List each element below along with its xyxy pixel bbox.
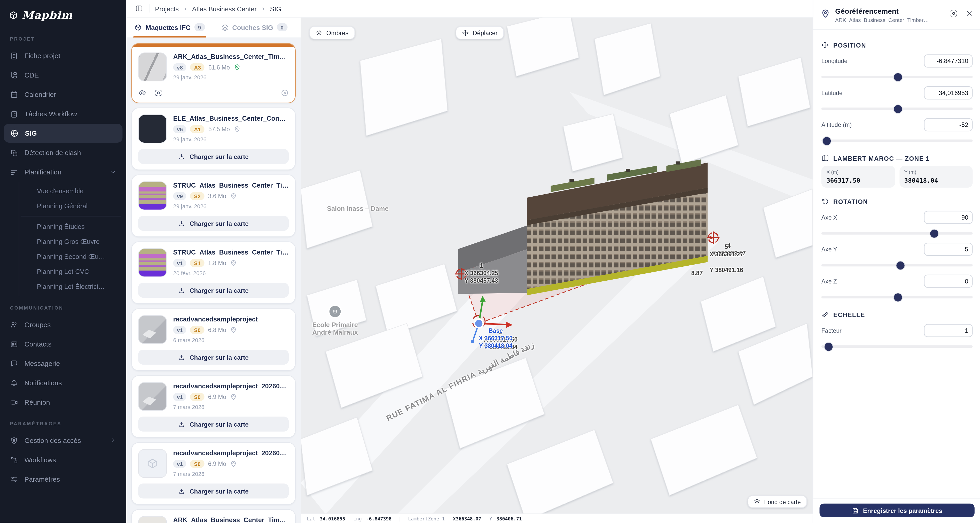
save-parameters-button[interactable]: Enregistrer les paramètres	[819, 504, 975, 517]
lambert-x-value: 366317.50	[826, 177, 890, 184]
model-thumbnail	[138, 53, 167, 81]
breadcrumb-project-name[interactable]: Atlas Business Center	[192, 5, 257, 12]
model-thumbnail-placeholder	[138, 449, 167, 478]
pin-icon	[230, 394, 237, 400]
load-button-label: Charger sur la carte	[189, 354, 249, 361]
scale-factor-input[interactable]	[924, 324, 973, 337]
sidebar-item-sig[interactable]: SIG	[4, 124, 123, 143]
axis-y-slider[interactable]	[821, 260, 973, 269]
sidebar-item-calendrier[interactable]: Calendrier	[4, 85, 123, 104]
sidebar-item-detection-clash[interactable]: Détection de clash	[4, 143, 123, 162]
latitude-input[interactable]	[924, 86, 973, 99]
map-viewport[interactable]: Salon Inass – Dame Ecole Primaire André …	[301, 17, 813, 523]
pin-icon	[234, 126, 241, 133]
load-button-label: Charger sur la carte	[189, 421, 249, 428]
tab-label: Maquettes IFC	[146, 24, 191, 31]
longitude-input[interactable]	[924, 54, 973, 68]
sidebar-item-gestion-acces[interactable]: Gestion des accès	[4, 431, 123, 450]
sidebar-subitem-vue-ensemble[interactable]: Vue d'ensemble	[19, 183, 126, 198]
altitude-input[interactable]	[924, 118, 973, 132]
sidebar-item-label: Workflows	[24, 456, 116, 464]
sidebar-subitem-planning-cvc[interactable]: Planning Lot CVC	[19, 264, 126, 279]
axis-x-slider[interactable]	[821, 228, 973, 237]
panel-tabs: Maquettes IFC 9 Couches SIG 0	[126, 17, 301, 38]
nav-section-projet: PROJET	[0, 28, 126, 46]
model-card[interactable]: ELE_Atlas_Business_Center_Concre… v6 A1 …	[131, 107, 296, 170]
submenu-divider	[21, 216, 121, 216]
tab-maquettes-ifc[interactable]: Maquettes IFC 9	[134, 17, 205, 37]
model-card[interactable]: racadvancedsampleproject_202603… v1 S0 6…	[131, 442, 296, 505]
axis-x-input[interactable]	[924, 211, 973, 224]
file-size: 3.6 Mo	[208, 193, 226, 200]
axis-z-input[interactable]	[924, 275, 973, 288]
latitude-slider[interactable]	[821, 104, 973, 113]
sidebar-subitem-planning-general[interactable]: Planning Général	[19, 198, 126, 213]
version-badge: v1	[173, 259, 187, 267]
scale-factor-slider[interactable]	[821, 341, 973, 351]
move-mode-button[interactable]: Déplacer	[456, 26, 504, 40]
sidebar-item-planification[interactable]: Planification	[4, 163, 123, 182]
load-on-map-button[interactable]: Charger sur la carte	[138, 283, 289, 298]
sidebar-subitem-planning-electricite[interactable]: Planning Lot Électrici…	[19, 279, 126, 294]
model-card[interactable]: STRUC_Atlas_Business_Center_Tim… v1 S1 1…	[131, 241, 296, 304]
users-icon	[10, 320, 18, 329]
altitude-slider[interactable]	[821, 136, 973, 144]
unload-model-icon[interactable]	[281, 89, 289, 97]
document-icon	[10, 52, 18, 60]
shadows-toggle-button[interactable]: Ombres	[309, 26, 355, 40]
sidebar-item-parametres[interactable]: Paramètres	[4, 470, 123, 489]
header-divider	[149, 5, 149, 13]
focus-model-icon[interactable]	[154, 89, 162, 97]
model-card[interactable]: racadvancedsampleproject v1 S0 6.8 Mo 6 …	[131, 308, 296, 371]
workflow-nodes-icon	[10, 456, 18, 464]
breadcrumb-projects[interactable]: Projects	[155, 5, 179, 12]
sidebar-item-contacts[interactable]: Contacts	[4, 335, 123, 354]
model-card[interactable]: ARK_Atlas_Business_Center_Timber… v1 S0 …	[131, 509, 296, 523]
load-on-map-button[interactable]: Charger sur la carte	[138, 149, 289, 164]
latitude-label: Latitude	[821, 89, 843, 96]
model-date: 7 mars 2026	[173, 471, 289, 477]
basemap-button[interactable]: Fond de carte	[748, 495, 807, 508]
sidebar-item-notifications[interactable]: Notifications	[4, 373, 123, 392]
sidebar-subitem-planning-second-oeuvre[interactable]: Planning Second Œu…	[19, 249, 126, 264]
breadcrumb-separator: ›	[262, 5, 264, 12]
longitude-slider[interactable]	[821, 72, 973, 81]
tab-couches-sig[interactable]: Couches SIG 0	[221, 17, 287, 37]
model-card-selected[interactable]: ARK_Atlas_Business_Center_Timber… v8 A3 …	[131, 43, 296, 103]
map-status-bar: Lat34.016855 Lng-6.847398 | LambertZone …	[301, 513, 813, 523]
axis-z-label: Axe Z	[821, 278, 837, 285]
sidebar-item-fiche-projet[interactable]: Fiche projet	[4, 46, 123, 65]
close-icon[interactable]	[965, 9, 973, 17]
sidebar-subitem-planning-etudes[interactable]: Planning Études	[19, 219, 126, 234]
sidebar-item-messagerie[interactable]: Messagerie	[4, 354, 123, 373]
model-thumbnail	[138, 382, 167, 411]
load-on-map-button[interactable]: Charger sur la carte	[138, 349, 289, 365]
move-arrows-icon	[821, 41, 829, 49]
focus-model-icon[interactable]	[950, 9, 958, 17]
model-title: ARK_Atlas_Business_Center_Timber…	[173, 53, 289, 60]
sidebar-item-taches-workflow[interactable]: Tâches Workflow	[4, 104, 123, 123]
sidebar-item-reunion[interactable]: Réunion	[4, 393, 123, 411]
sidebar-item-workflows[interactable]: Workflows	[4, 450, 123, 469]
axis-y-input[interactable]	[924, 242, 973, 256]
sidebar-item-cde[interactable]: CDE	[4, 65, 123, 85]
sidebar-subitem-planning-gros-oeuvre[interactable]: Planning Gros Œuvre	[19, 234, 126, 249]
model-card[interactable]: racadvancedsampleproject_202603… v1 S0 6…	[131, 375, 296, 438]
visibility-eye-icon[interactable]	[138, 89, 146, 97]
save-icon	[852, 507, 859, 514]
axis-z-slider[interactable]	[821, 292, 973, 301]
load-on-map-button[interactable]: Charger sur la carte	[138, 416, 289, 432]
load-on-map-button[interactable]: Charger sur la carte	[138, 483, 289, 499]
partial-coordinate-label: 8.87	[684, 269, 710, 277]
load-on-map-button[interactable]: Charger sur la carte	[138, 216, 289, 231]
revision-badge: S0	[190, 460, 204, 468]
app-logo[interactable]: Mapbim	[0, 0, 126, 28]
shadows-button-label: Ombres	[326, 29, 348, 37]
revision-badge: S1	[190, 259, 204, 267]
sidebar-item-groupes[interactable]: Groupes	[4, 315, 123, 334]
model-card[interactable]: STRUC_Atlas_Business_Center_Tim… v9 S2 3…	[131, 174, 296, 237]
file-size: 61.6 Mo	[208, 64, 230, 71]
panel-toggle-icon[interactable]	[135, 5, 143, 13]
revision-badge: S2	[190, 192, 204, 200]
calendar-icon	[10, 91, 18, 99]
